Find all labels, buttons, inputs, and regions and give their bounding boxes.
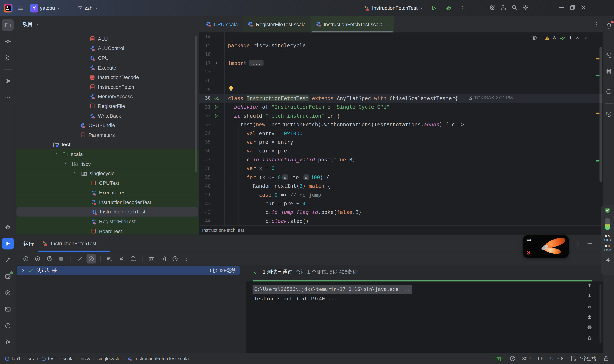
tree-item-Execute[interactable]: Execute	[16, 63, 199, 72]
more-run-options-button[interactable]	[460, 0, 466, 16]
tree-item-Parameters[interactable]: Parameters	[16, 130, 199, 140]
code-line-28[interactable]: 28	[199, 76, 603, 85]
line-ending[interactable]: LF	[538, 356, 544, 361]
more-options-button[interactable]	[182, 254, 192, 264]
editor-tab-RegisterFileTest.scala[interactable]: RegisterFileTest.scala	[243, 16, 310, 32]
code-with-me-button[interactable]	[498, 4, 509, 12]
tree-item-InstructionDecoderTest[interactable]: InstructionDecoderTest	[16, 197, 199, 207]
rerun-tests-button[interactable]	[21, 254, 30, 264]
tree-item-CPU[interactable]: CPU	[16, 53, 199, 63]
build-tool-window-button[interactable]	[604, 86, 614, 97]
editor-scrollbar[interactable]	[600, 47, 602, 182]
editor-breadcrumb[interactable]: InstructionFetchTest	[199, 225, 603, 235]
ok-stripe-mark[interactable]	[596, 75, 600, 76]
status-breadcrumb-scala[interactable]: scala	[63, 356, 74, 361]
screenshot-icon[interactable]	[604, 256, 611, 262]
tree-item-RegisterFile[interactable]: RegisterFile	[16, 101, 199, 111]
inspections-widget[interactable]: 8 1	[531, 35, 588, 41]
status-breadcrumb-riscv[interactable]: riscv	[81, 356, 90, 361]
rerun-failed-tests-button[interactable]	[33, 254, 42, 264]
status-breadcrumb-lab1[interactable]: lab1	[5, 356, 21, 361]
scroll-down-button[interactable]	[587, 293, 592, 299]
tree-item-RegisterFileTest[interactable]: RegisterFileTest	[16, 217, 199, 226]
structure-tool-button[interactable]	[2, 75, 14, 87]
scroll-up-button[interactable]	[587, 283, 592, 289]
version-control-tool-button[interactable]	[2, 336, 14, 348]
status-breadcrumb-src[interactable]: src	[28, 356, 34, 361]
status-breadcrumb-test[interactable]: test	[41, 356, 56, 361]
minimize-button[interactable]	[556, 4, 567, 12]
code-line-40[interactable]: 40 Random.nextInt(2) match {	[199, 182, 603, 190]
prev-problem-button[interactable]	[575, 36, 580, 40]
project-tool-button[interactable]	[2, 19, 14, 31]
debug-button[interactable]	[446, 0, 452, 16]
run-test-gutter-icon[interactable]	[214, 113, 219, 118]
editor-tab-InstructionFetchTest.scala[interactable]: InstructionFetchTest.scala×	[310, 16, 394, 32]
tree-item-scala[interactable]: scala	[16, 149, 199, 159]
lock-icon[interactable]	[603, 355, 609, 362]
ok-stripe-mark[interactable]	[596, 160, 600, 161]
search-everywhere-button[interactable]	[509, 4, 520, 12]
database-tool-button[interactable]	[604, 66, 614, 77]
file-encoding[interactable]: UTF-8	[550, 356, 563, 361]
caret-position[interactable]: 30:7	[522, 356, 531, 361]
run-tool-button[interactable]	[2, 238, 14, 249]
code-line-33[interactable]: 33 test(new InstructionFetch).withAnnota…	[199, 120, 603, 129]
main-menu-button[interactable]	[17, 0, 24, 16]
problems-tool-button[interactable]	[2, 320, 14, 331]
status-breadcrumb-singlec​ycle[interactable]: singlec​ycle	[97, 356, 120, 361]
chevron-down-icon[interactable]	[73, 170, 79, 177]
green-badge-icon[interactable]	[604, 208, 611, 214]
capture-snapshot-button[interactable]	[147, 254, 156, 264]
import-test-results-button[interactable]	[159, 254, 168, 264]
tree-item-test[interactable]: test	[16, 140, 199, 149]
fold-icon[interactable]	[214, 61, 219, 66]
code-line-27[interactable]: 27	[199, 67, 603, 76]
code-line-41[interactable]: 41 case 0 => // no jump	[199, 190, 603, 199]
run-tab[interactable]: InstructionFetchTest ×	[38, 235, 107, 252]
project-panel-header[interactable]: 项目	[16, 16, 199, 32]
tree-item-ALU[interactable]: ALU	[16, 34, 199, 44]
code-line-39[interactable]: 39 for (x <- 0≤ to ≤100) {	[199, 173, 603, 182]
qodana-tool-button[interactable]	[604, 109, 614, 119]
code-line-32[interactable]: 32 it should "fetch instruction" in {	[199, 111, 603, 120]
eye-icon[interactable]	[531, 35, 537, 41]
tree-item-CPUBundle[interactable]: CPUBundle	[16, 120, 199, 130]
sbt-shell-tool-button[interactable]	[2, 287, 14, 299]
pull-requests-tool-button[interactable]	[2, 52, 14, 64]
code-line-38[interactable]: 38 var x = 0	[199, 164, 603, 173]
chevron-down-icon[interactable]	[63, 161, 70, 167]
clear-all-button[interactable]	[587, 335, 592, 342]
run-configuration-widget[interactable]: InstructionFetchTest	[364, 0, 424, 16]
share-button[interactable]	[487, 4, 498, 12]
next-problem-button[interactable]	[584, 36, 588, 40]
tree-item-InstructionFetchTest[interactable]: InstructionFetchTest	[16, 207, 198, 217]
breadcrumb-item[interactable]: InstructionFetchTest	[202, 227, 244, 233]
code-line-31[interactable]: 31 behavior of "InstructionFetch of Sing…	[199, 103, 603, 111]
sort-by-duration-button[interactable]	[128, 254, 138, 264]
tree-item-WriteBack[interactable]: WriteBack	[16, 111, 199, 120]
run-console[interactable]: C:\Users\26586\.jdks\temurin-17.0.16\bin…	[246, 281, 603, 353]
type-aware-highlighting-badge[interactable]: [T]	[494, 356, 503, 361]
tree-item-InstructionDecode[interactable]: InstructionDecode	[16, 72, 199, 82]
terminal-tool-button[interactable]	[2, 303, 14, 315]
code-line-35[interactable]: 35 var pre = entry	[199, 138, 603, 147]
code-line-15[interactable]: 15package riscv.singlecycle	[199, 41, 603, 50]
run-panel-options-button[interactable]	[575, 240, 581, 248]
close-icon[interactable]: ×	[100, 240, 103, 246]
debug-tool-button[interactable]	[2, 221, 14, 233]
hide-run-panel-button[interactable]	[587, 240, 593, 248]
run-test-gutter-icon[interactable]	[214, 104, 219, 110]
show-passed-button[interactable]	[75, 254, 84, 264]
indent-widget[interactable]: 2 个空格	[570, 355, 596, 362]
toggle-auto-test-button[interactable]	[45, 254, 54, 264]
test-results-root-row[interactable]: 测试结果 5秒 428毫秒	[17, 266, 239, 275]
status-breadcrumb-InstructionFetchTest.scala[interactable]: InstructionFetchTest.scala	[127, 356, 189, 361]
tree-item-BoardTest[interactable]: BoardTest	[16, 226, 199, 235]
scroll-to-end-button[interactable]	[587, 314, 592, 321]
code-line-42[interactable]: 42 cur = pre + 4	[199, 199, 603, 208]
code-editor[interactable]: 1415package riscv.singlecycle1617import.…	[199, 32, 603, 225]
warning-stripe-mark[interactable]	[596, 113, 600, 114]
console-scrollbar[interactable]	[600, 284, 601, 343]
code-line-34[interactable]: 34 val entry = 0x1000	[199, 129, 603, 138]
